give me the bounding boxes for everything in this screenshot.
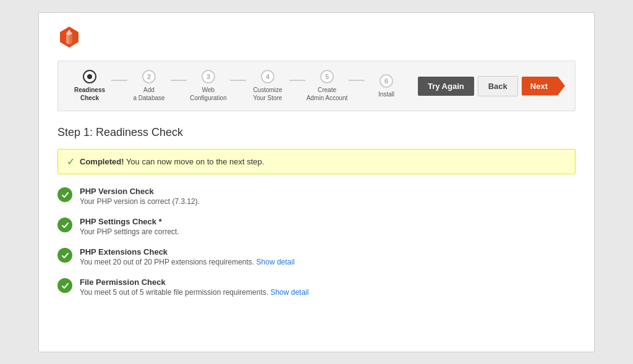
- step-6-circle: 6: [380, 74, 393, 88]
- success-check-icon: ✓: [67, 156, 75, 167]
- file-perm-show-detail-link[interactable]: Show detail: [270, 288, 308, 297]
- connector-5-6: [349, 80, 365, 81]
- check-item-php-settings: PHP Settings Check * Your PHP settings a…: [57, 217, 576, 236]
- check-title-php-settings: PHP Settings Check *: [80, 217, 179, 226]
- step-2-circle: 2: [142, 70, 156, 83]
- page-wrapper: ReadinessCheck 2 Adda Database 3 WebConf…: [38, 12, 595, 352]
- step-5: 5 CreateAdmin Account: [305, 70, 349, 102]
- connector-1-2: [111, 80, 127, 81]
- step-2: 2 Adda Database: [127, 70, 171, 102]
- check-content-file-permission: File Permission Check You meet 5 out of …: [80, 277, 308, 297]
- check-circle-php-settings: [57, 218, 72, 232]
- checkmark-icon-file-permission: [61, 282, 69, 290]
- success-banner-text: Completed! You can now move on to the ne…: [80, 157, 264, 166]
- check-content-php-extensions: PHP Extensions Check You meet 20 out of …: [80, 247, 295, 266]
- step-5-circle: 5: [320, 70, 334, 83]
- check-title-file-permission: File Permission Check: [80, 277, 308, 287]
- step-3-circle: 3: [202, 70, 215, 83]
- success-text: You can now move on to the next step.: [124, 157, 265, 166]
- step-4-label: CustomizeYour Store: [253, 86, 282, 102]
- check-item-php-version: PHP Version Check Your PHP version is co…: [57, 187, 576, 206]
- check-item-php-extensions: PHP Extensions Check You meet 20 out of …: [57, 247, 576, 266]
- connector-2-3: [171, 80, 187, 81]
- check-desc-php-version: Your PHP version is correct (7.3.12).: [80, 197, 200, 206]
- php-ext-desc-text: You meet 20 out of 20 PHP extensions req…: [80, 258, 254, 266]
- step-6: 6 Install: [365, 74, 408, 98]
- php-ext-show-detail-link[interactable]: Show detail: [257, 258, 295, 266]
- next-button[interactable]: Next: [522, 77, 565, 96]
- check-circle-php-version: [57, 187, 72, 202]
- check-title-php-extensions: PHP Extensions Check: [80, 247, 295, 256]
- back-button[interactable]: Back: [478, 76, 518, 96]
- check-desc-php-extensions: You meet 20 out of 20 PHP extensions req…: [80, 258, 295, 266]
- check-item-file-permission: File Permission Check You meet 5 out of …: [57, 277, 576, 297]
- checks-container: PHP Version Check Your PHP version is co…: [57, 187, 576, 297]
- step-2-label: Adda Database: [133, 86, 164, 102]
- success-banner: ✓ Completed! You can now move on to the …: [57, 149, 576, 174]
- action-buttons: Try Again Back Next: [418, 76, 565, 96]
- check-desc-file-permission: You meet 5 out of 5 writable file permis…: [80, 288, 308, 297]
- step-1: ReadinessCheck: [68, 70, 111, 102]
- magento-logo: [57, 25, 81, 49]
- step-6-label: Install: [378, 90, 394, 98]
- steps-container: ReadinessCheck 2 Adda Database 3 WebConf…: [68, 70, 408, 102]
- step-3: 3 WebConfiguration: [187, 70, 230, 102]
- step-4: 4 CustomizeYour Store: [246, 70, 289, 102]
- checkmark-icon-php-settings: [61, 221, 69, 229]
- check-content-php-settings: PHP Settings Check * Your PHP settings a…: [80, 217, 179, 236]
- check-title-php-version: PHP Version Check: [80, 187, 200, 196]
- step-3-label: WebConfiguration: [190, 86, 226, 102]
- file-perm-desc-text: You meet 5 out of 5 writable file permis…: [80, 288, 268, 297]
- stepper-bar: ReadinessCheck 2 Adda Database 3 WebConf…: [57, 61, 576, 111]
- step-4-circle: 4: [261, 70, 274, 83]
- step-1-circle: [83, 70, 96, 83]
- checkmark-icon-php-version: [61, 191, 69, 199]
- step-1-label: ReadinessCheck: [74, 86, 105, 102]
- try-again-button[interactable]: Try Again: [418, 77, 474, 96]
- checkmark-icon-php-extensions: [61, 252, 69, 260]
- success-bold: Completed!: [80, 157, 124, 166]
- connector-3-4: [230, 80, 246, 81]
- check-circle-php-extensions: [57, 248, 72, 263]
- check-circle-file-permission: [57, 278, 72, 293]
- check-content-php-version: PHP Version Check Your PHP version is co…: [80, 187, 200, 206]
- check-desc-php-settings: Your PHP settings are correct.: [80, 227, 179, 236]
- connector-4-5: [289, 80, 305, 81]
- step-5-label: CreateAdmin Account: [307, 86, 348, 102]
- logo: [57, 25, 576, 51]
- page-title: Step 1: Readiness Check: [57, 126, 576, 139]
